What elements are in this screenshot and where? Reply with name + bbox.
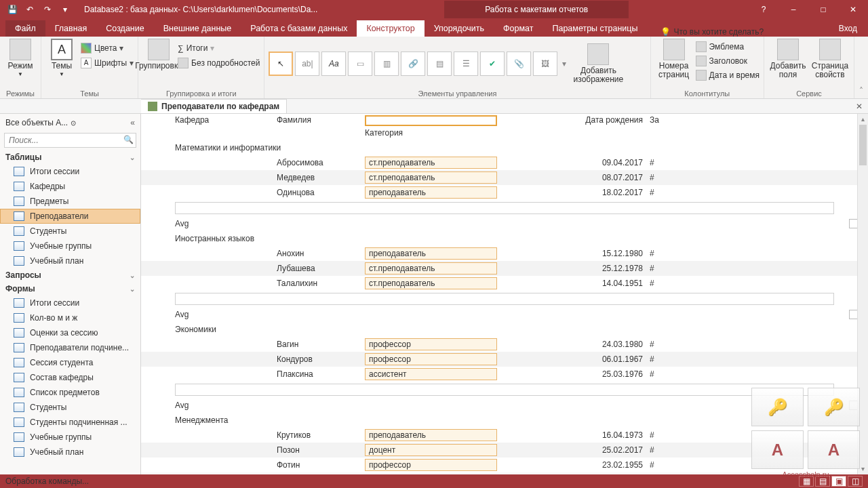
data-row: Абросимоваст.преподаватель09.04.2017# — [141, 155, 868, 170]
totals-button[interactable]: ∑ Итоги ▾ — [178, 41, 260, 55]
tab-file[interactable]: Файл — [5, 20, 45, 37]
collapse-icon: ⌄ — [130, 272, 135, 279]
nav-form-item[interactable]: Студенты — [0, 400, 140, 415]
nav-table-item[interactable]: Студенты — [0, 224, 140, 239]
statusbar: Обработка команды... ▦ ▤ ▣ ◫ — [0, 474, 868, 488]
qat-more-icon[interactable]: ▾ — [57, 2, 73, 17]
control-link[interactable]: 🔗 — [401, 52, 425, 76]
nav-form-item[interactable]: Кол-во м и ж — [0, 310, 140, 325]
themes-button[interactable]: AТемы▼ — [45, 39, 78, 78]
search-icon[interactable]: 🔍 — [123, 135, 134, 144]
doc-tab-report[interactable]: Преподаватели по кафедрам — [141, 99, 287, 113]
control-attach[interactable]: 📎 — [507, 52, 531, 76]
cell-date: 08.07.2017 — [528, 173, 650, 182]
nav-table-item[interactable]: Кафедры — [0, 179, 140, 194]
nav-form-item[interactable]: Сессия студента — [0, 355, 140, 370]
tab-dbtools[interactable]: Работа с базами данных — [241, 20, 357, 37]
control-button[interactable]: ▭ — [348, 52, 372, 76]
control-combo[interactable]: ▤ — [427, 52, 452, 76]
redo-icon[interactable]: ↷ — [39, 2, 56, 17]
nav-header[interactable]: Все объекты A... ⊙ « — [0, 114, 140, 131]
control-image[interactable]: 🖼 — [533, 52, 557, 76]
grouping-button[interactable]: Группировка — [142, 39, 175, 70]
cell-category[interactable]: преподаватель — [365, 186, 497, 199]
form-icon — [14, 418, 24, 427]
cell-category[interactable]: преподаватель — [365, 429, 497, 441]
doc-close-button[interactable]: ✕ — [850, 99, 868, 113]
title-icon — [696, 56, 707, 66]
nav-table-item[interactable]: Преподаватели — [0, 209, 140, 224]
cell-surname: Крутиков — [277, 430, 365, 440]
nav-collapse-icon[interactable]: « — [130, 118, 135, 127]
nav-table-item[interactable]: Предметы — [0, 194, 140, 209]
cell-category[interactable]: ст.преподаватель — [365, 277, 497, 289]
nav-form-item[interactable]: Итоги сессии — [0, 296, 140, 310]
controls-more[interactable]: ▾ — [559, 59, 569, 68]
undo-icon[interactable]: ↶ — [22, 2, 38, 17]
nav-form-item[interactable]: Студенты подчиненная ... — [0, 415, 140, 430]
cell-category[interactable]: преподаватель — [365, 247, 497, 260]
control-label[interactable]: Aa — [321, 52, 346, 76]
tab-home[interactable]: Главная — [45, 20, 97, 37]
nav-form-item[interactable]: Оценки за сессию — [0, 325, 140, 340]
cell-category[interactable]: профессор — [365, 338, 497, 350]
propsheet-button[interactable]: Страница свойств — [810, 39, 850, 79]
cell-category[interactable]: ст.преподаватель — [365, 262, 497, 274]
help-button[interactable]: ? — [749, 0, 778, 19]
nav-form-item[interactable]: Учебные группы — [0, 430, 140, 445]
scroll-thumb[interactable] — [859, 125, 867, 165]
tab-format[interactable]: Формат — [494, 20, 542, 37]
addfields-button[interactable]: Добавить поля — [768, 39, 808, 79]
cell-category[interactable]: профессор — [365, 459, 497, 471]
maximize-button[interactable]: □ — [808, 0, 838, 19]
login-link[interactable]: Вход — [828, 20, 868, 37]
datetime-button[interactable]: Дата и время — [696, 68, 760, 82]
fonts-button[interactable]: AШрифты ▾ — [81, 56, 134, 70]
scroll-up-icon[interactable]: ▴ — [858, 114, 868, 125]
table-icon — [14, 226, 24, 236]
tab-page[interactable]: Параметры страницы — [542, 20, 647, 37]
nav-form-item[interactable]: Учебный план — [0, 445, 140, 460]
control-tab[interactable]: ▥ — [374, 52, 399, 76]
search-input[interactable] — [4, 133, 136, 148]
window-buttons: ? – □ ✕ — [749, 0, 868, 19]
cell-category[interactable]: ст.преподаватель — [365, 171, 497, 184]
control-list[interactable]: ☰ — [454, 52, 478, 76]
title-button[interactable]: Заголовок — [696, 54, 760, 68]
nav-cat-queries[interactable]: Запросы⌄ — [0, 268, 140, 282]
nav-form-item[interactable]: Список предметов — [0, 385, 140, 400]
ribbon-tabs: Файл Главная Создание Внешние данные Раб… — [0, 19, 868, 37]
ribbon-collapse[interactable]: ˄ — [854, 37, 868, 98]
views-button[interactable]: Режим▼ — [4, 39, 37, 78]
tab-external[interactable]: Внешние данные — [154, 20, 241, 37]
control-check[interactable]: ✔ — [480, 52, 505, 76]
emblem-button[interactable]: Эмблема — [696, 40, 760, 54]
nodetails-button[interactable]: Без подробностей — [178, 56, 260, 70]
cell-category[interactable]: ст.преподаватель — [365, 157, 497, 169]
watermark-url: Accesshelp.ru — [751, 470, 860, 479]
cell-category[interactable]: профессор — [365, 353, 497, 365]
nav-table-item[interactable]: Учебные группы — [0, 239, 140, 253]
tab-arrange[interactable]: Упорядочить — [425, 20, 494, 37]
control-select[interactable]: ↖ — [269, 52, 293, 76]
tell-me[interactable]: 💡Что вы хотите сделать? — [660, 27, 764, 37]
minimize-button[interactable]: – — [778, 0, 808, 19]
bulb-icon: 💡 — [660, 27, 671, 37]
nav-table-item[interactable]: Итоги сессии — [0, 164, 140, 179]
nav-cat-tables[interactable]: Таблицы⌄ — [0, 150, 140, 164]
control-textbox[interactable]: ab| — [295, 52, 319, 76]
save-icon[interactable]: 💾 — [4, 2, 20, 17]
tab-design[interactable]: Конструктор — [357, 20, 424, 37]
category-header-box[interactable] — [365, 115, 497, 126]
nav-cat-forms[interactable]: Формы⌄ — [0, 282, 140, 296]
cell-category[interactable]: доцент — [365, 444, 497, 456]
cell-category[interactable]: ассистент — [365, 368, 497, 380]
insert-image-button[interactable]: Добавить изображение — [571, 43, 625, 84]
pagenum-button[interactable]: Номера страниц — [655, 39, 693, 79]
nav-table-item[interactable]: Учебный план — [0, 253, 140, 268]
nav-form-item[interactable]: Преподаватели подчине... — [0, 340, 140, 355]
tab-create[interactable]: Создание — [96, 20, 153, 37]
close-button[interactable]: ✕ — [838, 0, 868, 19]
colors-button[interactable]: Цвета ▾ — [81, 41, 134, 55]
nav-form-item[interactable]: Состав кафедры — [0, 370, 140, 385]
